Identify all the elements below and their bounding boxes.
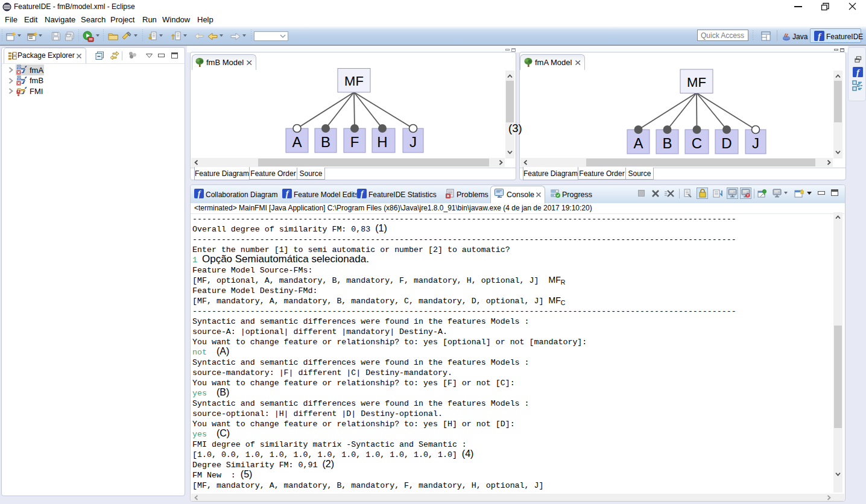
svg-text:F: F: [350, 134, 359, 150]
svg-text:H: H: [377, 134, 387, 150]
svg-text:MF: MF: [344, 74, 364, 89]
svg-text:J: J: [409, 134, 417, 150]
svg-text:C: C: [692, 135, 702, 151]
svg-text:B: B: [662, 135, 672, 151]
svg-text:A: A: [292, 134, 302, 150]
svg-text:A: A: [633, 135, 643, 151]
svg-text:MF: MF: [687, 75, 706, 90]
svg-text:B: B: [321, 134, 330, 150]
svg-text:D: D: [721, 135, 732, 151]
svg-text:J: J: [752, 135, 759, 151]
